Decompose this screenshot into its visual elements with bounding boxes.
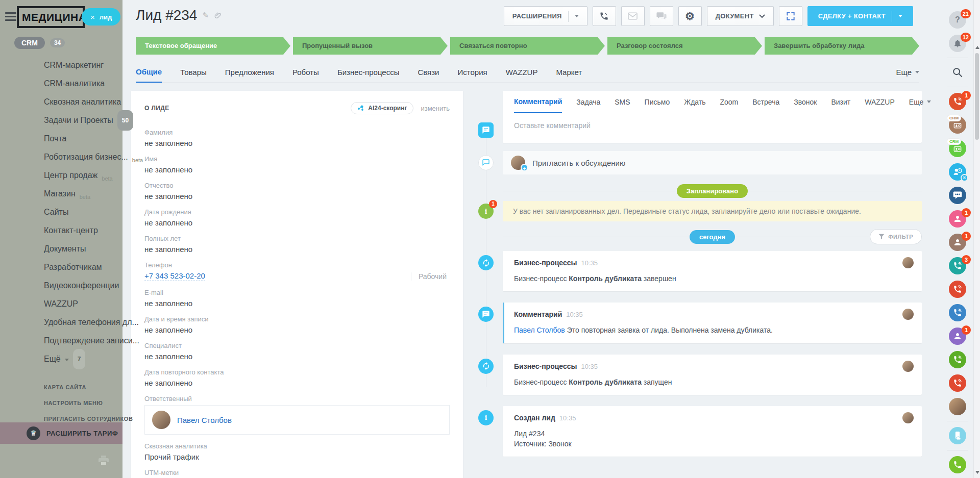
create-deal-contact-button[interactable]: СДЕЛКУ + КОНТАКТ — [807, 6, 913, 26]
invite-to-discussion[interactable]: + Пригласить к обсуждению — [503, 151, 922, 174]
phone-red-2-icon[interactable] — [949, 374, 966, 392]
responsible-box[interactable]: Павел Столбов — [144, 405, 450, 435]
telephony-red-icon[interactable]: 1 — [949, 93, 966, 110]
sidebar-item[interactable]: Сайты — [0, 203, 122, 221]
sidebar-item[interactable]: Документы — [0, 240, 122, 258]
phone-green-icon[interactable] — [949, 351, 966, 368]
sidebar-item[interactable]: Задачи и Проекты 50 — [0, 111, 122, 130]
search-icon[interactable] — [949, 64, 966, 81]
phone-teal-icon[interactable]: 3 — [949, 257, 966, 274]
person-link[interactable]: Павел Столбов — [177, 416, 232, 424]
edit-title-icon[interactable]: ✎ — [202, 11, 209, 20]
tab-more[interactable]: Еще — [896, 68, 919, 82]
phone-blue-icon[interactable] — [949, 304, 966, 321]
timeline-tab-Визит[interactable]: Визит — [831, 91, 850, 113]
timeline-tab-Ждать[interactable]: Ждать — [684, 91, 705, 113]
timeline-tab-Комментарий[interactable]: Комментарий — [514, 91, 562, 113]
tab-Связи[interactable]: Связи — [418, 68, 439, 82]
ai-scoring-button[interactable]: AI24-скоринг — [351, 102, 413, 114]
upgrade-plan-button[interactable]: ♛ РАСШИРИТЬ ТАРИФ — [0, 422, 122, 444]
help-icon[interactable]: ? 21 — [949, 11, 966, 29]
pipeline-stage[interactable]: Пропущенный вызов — [293, 37, 448, 55]
tab-Роботы[interactable]: Роботы — [292, 68, 319, 82]
timeline-tab-more[interactable]: Еще — [909, 98, 932, 106]
copy-link-icon[interactable] — [214, 12, 222, 19]
edit-link[interactable]: изменить — [421, 105, 450, 112]
sidebar-item[interactable]: Почта — [0, 130, 122, 148]
tab-История[interactable]: История — [457, 68, 487, 82]
notifications-bell-icon[interactable]: 12 — [949, 35, 966, 52]
settings-button[interactable]: ⚙ — [678, 6, 702, 26]
filter-button[interactable]: ФИЛЬТР — [870, 229, 922, 244]
user-avatar-icon[interactable] — [949, 398, 966, 415]
crm-brown-icon[interactable]: CRM — [949, 116, 966, 134]
sidebar-item[interactable]: Разработчикам — [0, 258, 122, 276]
booking-cyan-icon[interactable]: ✉ — [949, 163, 966, 181]
chat-button[interactable] — [650, 6, 673, 26]
sidebar-item[interactable]: Удобная телефония дл... — [0, 313, 122, 332]
close-icon[interactable]: × — [90, 13, 95, 21]
sidebar-item[interactable]: Роботизация бизнес... beta — [0, 148, 122, 166]
call-button[interactable] — [593, 6, 616, 26]
email-button[interactable] — [621, 6, 645, 26]
extensions-button[interactable]: РАСШИРЕНИЯ — [504, 6, 587, 26]
lead-filter-chip[interactable]: × лид — [82, 8, 120, 26]
info-icon: i 1 — [478, 204, 494, 219]
pipeline-stage[interactable]: Разговор состоялся — [607, 37, 762, 55]
sidebar-item[interactable]: Центр продаж beta — [0, 166, 122, 185]
sidebar-item[interactable]: WAZZUP — [0, 295, 122, 313]
timeline-tab-Письмо[interactable]: Письмо — [645, 91, 670, 113]
document-button[interactable]: ДОКУМЕНТ — [707, 6, 774, 26]
person-link[interactable]: Павел Столбов — [514, 326, 565, 334]
pipeline-stage[interactable]: Текстовое обращение — [136, 37, 290, 55]
timeline-tab-WAZZUP[interactable]: WAZZUP — [865, 91, 895, 113]
phone-red-icon[interactable] — [949, 281, 966, 298]
tab-Предложения[interactable]: Предложения — [225, 68, 274, 82]
contact-brown-icon[interactable]: 1 — [949, 234, 966, 251]
phone-link[interactable]: +7 343 523-02-20 — [144, 271, 205, 281]
sidebar-item-crm[interactable]: CRM — [14, 37, 45, 49]
logo[interactable]: МЕДИЦИНА.РФ — [17, 6, 85, 28]
comment-input[interactable]: Оставьте комментарий — [514, 113, 911, 143]
contact-purple-icon[interactable]: 1 — [949, 328, 966, 345]
crm-green-icon[interactable]: CRM — [949, 140, 966, 157]
page-scrollbar[interactable] — [973, 0, 980, 478]
printer-icon[interactable] — [98, 456, 109, 466]
group-chat-darkblue-icon[interactable] — [949, 187, 966, 204]
timeline-tab-Встреча[interactable]: Встреча — [752, 91, 779, 113]
sidebar-item[interactable]: CRM-аналитика — [0, 74, 122, 93]
sidebar-item[interactable]: Ещё 7 — [0, 350, 122, 368]
planned-pill[interactable]: Запланировано — [677, 184, 748, 198]
sidebar-footer-link[interactable]: КАРТА САЙТА — [0, 380, 122, 395]
pipeline-stage[interactable]: Связаться повторно — [450, 37, 605, 55]
scroll-down-arrow[interactable] — [975, 471, 979, 474]
crown-icon: ♛ — [27, 426, 40, 440]
pipeline-stage[interactable]: Завершить обработку лида — [765, 37, 919, 55]
contact-pink-icon[interactable]: 1 — [949, 210, 966, 228]
sidebar-item[interactable]: Сквозная аналитика — [0, 93, 122, 111]
scroll-up-arrow[interactable] — [975, 46, 979, 49]
tab-Товары[interactable]: Товары — [180, 68, 207, 82]
timeline-tab-Задача[interactable]: Задача — [576, 91, 600, 113]
timeline-tab-Zoom[interactable]: Zoom — [720, 91, 738, 113]
sidebar-item[interactable]: CRM-маркетинг — [0, 56, 122, 74]
chevron-down-icon[interactable] — [575, 15, 579, 17]
chevron-down-icon[interactable] — [898, 15, 902, 17]
today-pill[interactable]: сегодня — [690, 230, 735, 244]
scroll-thumb[interactable] — [975, 53, 979, 140]
handset-green-icon[interactable] — [949, 456, 966, 473]
device-lightblue-icon[interactable] — [949, 427, 966, 444]
sidebar-item[interactable]: Подтверждение записи... — [0, 332, 122, 350]
tab-Общие[interactable]: Общие — [136, 67, 162, 83]
sidebar-item[interactable]: Видеоконференции — [0, 276, 122, 295]
timeline-tab-SMS[interactable]: SMS — [615, 91, 630, 113]
menu-burger-icon[interactable] — [5, 12, 16, 23]
fullscreen-button[interactable] — [779, 6, 802, 26]
sidebar-footer-link[interactable]: НАСТРОИТЬ МЕНЮ — [0, 395, 122, 411]
tab-Маркет[interactable]: Маркет — [556, 68, 582, 82]
timeline-tab-Звонок[interactable]: Звонок — [794, 91, 817, 113]
tab-WAZZUP[interactable]: WAZZUP — [506, 68, 538, 82]
lead-field: E-mailне заполнено — [144, 289, 450, 308]
sidebar-item[interactable]: Контакт-центр — [0, 221, 122, 240]
tab-Бизнес-процессы[interactable]: Бизнес-процессы — [337, 68, 400, 82]
